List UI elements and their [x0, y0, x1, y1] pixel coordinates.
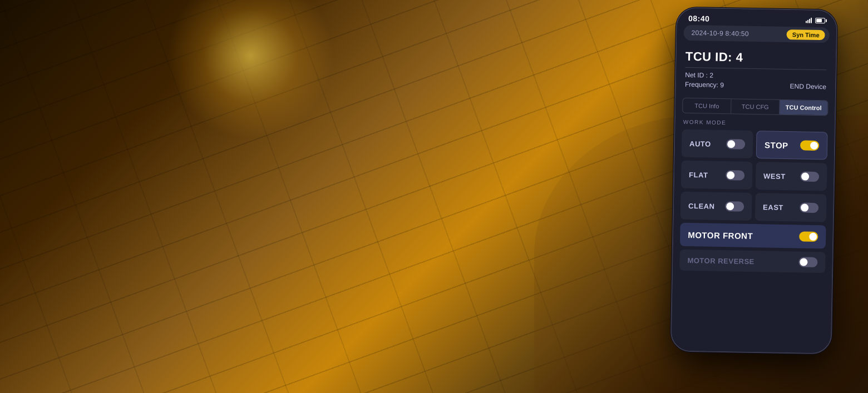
- west-toggle[interactable]: [800, 171, 819, 182]
- signal-icon: [806, 18, 812, 23]
- west-control[interactable]: WEST: [756, 162, 827, 191]
- datetime-bar: 2024-10-9 8:40:50 Syn Time: [683, 25, 829, 43]
- tcu-header: TCU ID: 4 Net ID : 2 Frequency: 9 END De…: [683, 46, 829, 95]
- frequency-label: Frequency: 9: [685, 81, 724, 89]
- controls-grid: AUTO STOP FLAT: [679, 130, 827, 273]
- east-control[interactable]: EAST: [755, 193, 827, 222]
- stop-control[interactable]: STOP: [756, 131, 828, 160]
- stop-label: STOP: [765, 140, 788, 150]
- east-toggle[interactable]: [800, 202, 818, 213]
- tab-tcu-info[interactable]: TCU Info: [683, 98, 731, 114]
- status-icons: [806, 18, 825, 24]
- datetime-text: 2024-10-9 8:40:50: [692, 29, 749, 38]
- clean-label: CLEAN: [688, 201, 715, 210]
- status-bar: 08:40: [677, 8, 836, 28]
- tcu-freq-row: Frequency: 9 END Device: [685, 81, 826, 91]
- tab-bar: TCU Info TCU CFG TCU Control: [682, 98, 828, 116]
- auto-label: AUTO: [689, 139, 711, 148]
- motor-front-toggle[interactable]: [799, 231, 818, 242]
- net-id-label: Net ID : 2: [685, 71, 713, 79]
- tab-tcu-cfg[interactable]: TCU CFG: [731, 99, 780, 115]
- auto-control[interactable]: AUTO: [682, 130, 753, 158]
- app-content: 2024-10-9 8:40:50 Syn Time TCU ID: 4 Net…: [673, 25, 836, 273]
- phone-device: 08:40 2024-10-9 8:40:: [670, 7, 838, 355]
- flat-toggle[interactable]: [726, 170, 744, 181]
- east-label: EAST: [763, 203, 783, 212]
- phone-screen: 08:40 2024-10-9 8:40:: [672, 8, 837, 354]
- tcu-net-id-row: Net ID : 2: [685, 71, 826, 81]
- end-device-label: END Device: [790, 82, 826, 91]
- stop-toggle[interactable]: [800, 140, 819, 151]
- tcu-id-title: TCU ID: 4: [685, 49, 827, 66]
- battery-icon: [815, 18, 825, 23]
- motor-front-control[interactable]: MOTOR FRONT: [680, 223, 826, 249]
- motor-reverse-label: MOTOR REVERSE: [687, 256, 754, 265]
- tab-tcu-control[interactable]: TCU Control: [780, 100, 827, 115]
- phone-wrapper: 08:40 2024-10-9 8:40:: [670, 7, 838, 355]
- work-mode-label: WORK MODE: [682, 119, 828, 128]
- status-time: 08:40: [688, 14, 710, 23]
- auto-toggle[interactable]: [726, 139, 745, 150]
- clean-toggle[interactable]: [725, 201, 744, 212]
- motor-front-label: MOTOR FRONT: [688, 230, 753, 240]
- syn-time-button[interactable]: Syn Time: [787, 29, 825, 40]
- motor-reverse-toggle[interactable]: [798, 257, 817, 267]
- motor-reverse-control[interactable]: MOTOR REVERSE: [679, 250, 826, 273]
- flat-label: FLAT: [689, 170, 708, 179]
- west-label: WEST: [763, 172, 786, 181]
- clean-control[interactable]: CLEAN: [680, 192, 752, 221]
- tcu-divider: [685, 67, 827, 70]
- flat-control[interactable]: FLAT: [681, 161, 753, 190]
